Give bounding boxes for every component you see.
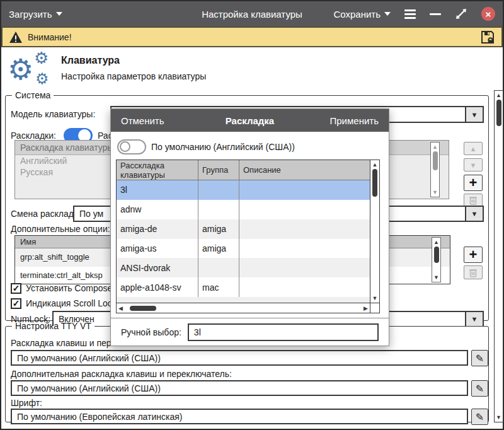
- table-row[interactable]: adnw: [117, 200, 370, 219]
- load-menu-button[interactable]: Загрузить: [9, 9, 62, 20]
- page-subtitle: Настройка параметров клавиатуры: [61, 71, 206, 81]
- minimize-icon[interactable]: [430, 13, 441, 15]
- table-row[interactable]: 3l: [117, 180, 370, 200]
- delete-layout-button[interactable]: [464, 194, 483, 207]
- table-row[interactable]: ANSI-dvorak: [117, 258, 370, 277]
- column-header: Расскладка клавиатуры: [117, 160, 198, 180]
- default-layout-toggle[interactable]: [117, 139, 146, 154]
- save-menu-label: Сохранить: [333, 9, 381, 20]
- tty-layout-label: Раскладка клавиш и пере: [11, 337, 116, 349]
- main-scrollbar[interactable]: ▲ ▼: [494, 90, 503, 422]
- layout-table-header: Расскладка клавиатуры Группа Описание: [117, 160, 370, 180]
- warning-bar: Внимание!: [1, 26, 503, 47]
- scrolllock-checkbox-row: ✓ Индикация Scroll Lock: [11, 298, 117, 309]
- layout-dialog-header: Отменить Раскладка Применить: [111, 109, 389, 132]
- table-row: [117, 297, 370, 303]
- chevron-down-icon: ▼: [465, 207, 483, 221]
- table-row[interactable]: amiga-de amiga: [117, 219, 370, 239]
- menu-icon[interactable]: [404, 9, 416, 19]
- tty-layout-input[interactable]: [11, 350, 468, 366]
- table-row[interactable]: amiga-us amiga: [117, 239, 370, 259]
- layout-table: Расскладка клавиатуры Группа Описание 3l…: [116, 160, 380, 313]
- options-table-scrollbar[interactable]: ▲ ▼: [432, 237, 441, 282]
- app-window: Загрузить Настройка клавиатуры Сохранить…: [0, 0, 504, 430]
- compose-checkbox[interactable]: ✓: [11, 283, 21, 294]
- tty-extra-layout-input[interactable]: [11, 380, 468, 396]
- chevron-down-icon: ▼: [465, 107, 483, 122]
- layout-dialog: Отменить Раскладка Применить По умолчани…: [110, 108, 389, 346]
- expand-icon[interactable]: [455, 8, 467, 20]
- edit-pencil-icon[interactable]: ✎: [471, 409, 488, 425]
- compose-checkbox-label: Установить Compose: [26, 282, 112, 294]
- tty-group-legend: Настройка TTY VT: [12, 321, 94, 331]
- add-layout-button[interactable]: +: [464, 175, 483, 191]
- chevron-down-icon: [56, 12, 62, 16]
- move-down-button[interactable]: ▼: [464, 158, 483, 171]
- title-bar: Загрузить Настройка клавиатуры Сохранить…: [1, 1, 503, 26]
- app-header: ⚙ ⚙ ⚙ Клавиатура Настройка параметров кл…: [1, 47, 503, 90]
- apply-button[interactable]: Применить: [329, 115, 379, 126]
- add-option-button[interactable]: +: [464, 247, 483, 263]
- table-row[interactable]: apple-a1048-sv mac: [117, 277, 370, 297]
- manual-select-label: Ручной выбор:: [121, 324, 181, 340]
- save-locked-icon[interactable]: [480, 30, 495, 45]
- tty-extra-layout-label: Дополнительная раскладка клавиш и перекл…: [11, 368, 232, 380]
- layout-table-vscrollbar[interactable]: ▲ ▼: [370, 160, 379, 303]
- scrollbar-corner: [370, 303, 379, 313]
- tty-font-input[interactable]: [11, 409, 468, 424]
- layout-table-hscrollbar[interactable]: ◀ ▶: [117, 303, 370, 313]
- keyboard-model-label: Модель клавиатуры:: [11, 106, 95, 122]
- column-header: Группа: [198, 160, 239, 180]
- manual-select-input[interactable]: [188, 323, 379, 341]
- compose-checkbox-row: ✓ Установить Compose: [11, 282, 112, 294]
- keyboard-settings-gears-icon: ⚙ ⚙ ⚙: [6, 49, 57, 89]
- scrolllock-checkbox-label: Индикация Scroll Lock: [26, 298, 117, 309]
- system-group-legend: Система: [12, 90, 54, 100]
- tty-font-label: Шрифт:: [11, 397, 42, 409]
- scrolllock-checkbox[interactable]: ✓: [11, 298, 21, 309]
- chevron-down-icon: [384, 12, 391, 16]
- edit-pencil-icon[interactable]: ✎: [471, 350, 488, 366]
- edit-pencil-icon[interactable]: ✎: [471, 380, 488, 397]
- warning-icon: [9, 31, 23, 44]
- layouts-list-scrollbar[interactable]: ▲ ▼: [430, 142, 440, 197]
- close-icon[interactable]: ×: [481, 7, 495, 21]
- manual-select-row: Ручной выбор:: [111, 318, 389, 346]
- move-up-button[interactable]: ▲: [464, 142, 483, 155]
- delete-option-button[interactable]: [464, 265, 483, 279]
- load-menu-label: Загрузить: [9, 9, 52, 20]
- column-header: Описание: [239, 160, 370, 180]
- default-layout-toggle-label: По умолчанию (Английский (США)): [151, 139, 295, 154]
- save-menu-button[interactable]: Сохранить: [333, 9, 391, 20]
- page-title: Клавиатура: [61, 55, 120, 66]
- cancel-button[interactable]: Отменить: [121, 115, 164, 126]
- warning-text: Внимание!: [28, 32, 72, 42]
